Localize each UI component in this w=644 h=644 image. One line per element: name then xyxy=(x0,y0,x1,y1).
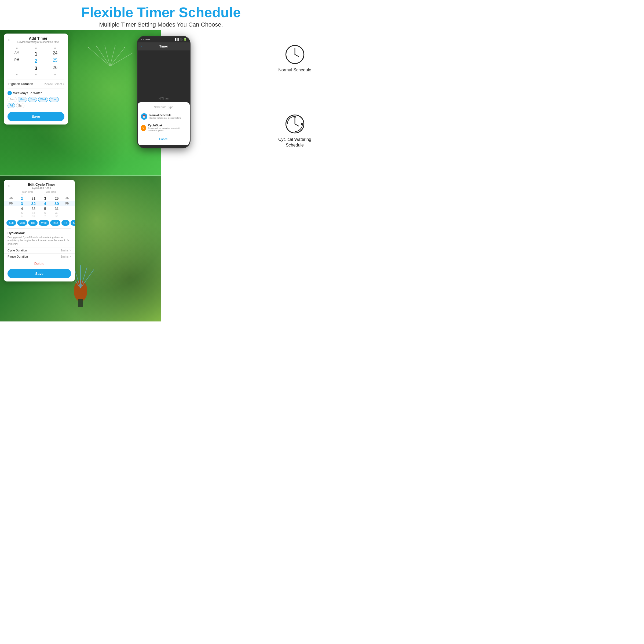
day-pills: Sun Mon Tue Wed Thur Fri Sat xyxy=(8,97,64,108)
normal-schedule-option[interactable]: ⏰ Normal Schedule Device watering at a s… xyxy=(138,111,190,122)
cycle-card-subtitle: Cycle and Soak xyxy=(12,186,71,189)
svg-line-17 xyxy=(81,269,94,288)
cycle-time-row-2: PM 3 32 4 30 PM xyxy=(4,201,75,206)
irrigation-label: Irrigation Duration xyxy=(8,82,33,86)
cancel-button[interactable]: Cancel xyxy=(138,135,190,143)
cycle-soak-desc: During period,Cycle&Soak breaks watering… xyxy=(8,236,71,246)
svg-point-7 xyxy=(96,46,97,47)
phone-container: 2:23 PM ▐▐▐ ⚫ 🔋 ‹ Timer HiTimer Schedule… xyxy=(137,36,191,148)
page-header: Flexible Timer Schedule Multiple Timer S… xyxy=(0,0,322,30)
ampm-am-cycle: AM xyxy=(6,197,16,200)
cycle-time-header: Start Time End Time xyxy=(4,191,75,193)
right-panel: 2:23 PM ▐▐▐ ⚫ 🔋 ‹ Timer HiTimer Schedule… xyxy=(161,30,322,321)
cycle-soak-option[interactable]: ↻ Cycle/Soak Device will be watering rep… xyxy=(138,122,190,134)
start-time-header: Start Time xyxy=(16,191,39,193)
cycle-soak-section: Cycle/Soak During period,Cycle&Soak brea… xyxy=(4,230,75,247)
phone-watermark: HiTimer xyxy=(159,97,169,100)
page-title: Flexible Timer Schedule xyxy=(5,5,317,20)
cycle-day-thur[interactable]: Thur xyxy=(50,220,61,226)
normal-clock-icon xyxy=(284,44,306,65)
weekdays-check: ✓ Weekdays To Water xyxy=(8,91,64,95)
nav-arrow-down-right: ∨ xyxy=(46,72,64,77)
day-pill-sat[interactable]: Sat xyxy=(16,103,24,108)
ampm-am: AM xyxy=(8,51,26,57)
schedule-modal: Schedule Type ⏰ Normal Schedule Device w… xyxy=(138,102,190,145)
svg-point-8 xyxy=(104,45,105,45)
svg-point-10 xyxy=(124,47,125,48)
phone-back-icon[interactable]: ‹ xyxy=(141,45,142,48)
cycle-time-row-3: 4 33 5 31 xyxy=(4,206,75,211)
day-pill-sun[interactable]: Sun xyxy=(8,97,17,102)
delete-button[interactable]: Delete xyxy=(4,259,75,268)
cycle-day-wed[interactable]: Wed xyxy=(39,220,49,226)
phone-signal: ▐▐▐ ⚫ 🔋 xyxy=(174,38,186,41)
hour-3: 3 xyxy=(27,65,45,72)
cycle-day-mon[interactable]: Mon xyxy=(17,220,27,226)
irrigation-select[interactable]: Please Select > xyxy=(44,82,64,86)
nav-arrow-up-mid: ∧ xyxy=(27,46,45,50)
normal-schedule-desc: Device watering at a specific time xyxy=(149,117,181,119)
cycle-save-button[interactable]: Save xyxy=(8,269,71,278)
ampm-empty xyxy=(8,65,26,72)
timer-card-header: × Add Timer Device watering at a specifi… xyxy=(4,34,68,45)
weekdays-label: Weekdays To Water xyxy=(13,91,42,95)
nav-arrow-down-mid: ∨ xyxy=(27,72,45,77)
svg-line-5 xyxy=(110,53,133,66)
timer-card-subtitle: Device watering at a specified time xyxy=(12,41,64,43)
save-button[interactable]: Save xyxy=(8,112,64,121)
day-pill-wed[interactable]: Wed xyxy=(38,97,48,102)
cycle-day-sun[interactable]: Sun xyxy=(6,220,16,226)
check-icon: ✓ xyxy=(8,91,12,95)
add-timer-card: × Add Timer Device watering at a specifi… xyxy=(4,34,68,125)
cycle-day-fri[interactable]: Fri xyxy=(61,220,69,226)
page-subtitle: Multiple Timer Setting Modes You Can Cho… xyxy=(5,21,317,28)
hour-2: 2 xyxy=(27,58,45,65)
pause-duration-val[interactable]: 1mins > xyxy=(61,255,71,258)
svg-point-9 xyxy=(115,45,116,45)
normal-schedule-text: Normal Schedule Device watering at a spe… xyxy=(149,114,181,119)
cycle-soak-icon: ↻ xyxy=(141,125,146,131)
cycle-soak-label: Cycle/Soak xyxy=(148,124,186,127)
day-pill-mon[interactable]: Mon xyxy=(18,97,27,102)
pause-duration-label: Pause Duration xyxy=(8,255,28,258)
phone-nav-title: Timer xyxy=(159,45,168,48)
cycle-divider-1 xyxy=(8,228,71,229)
end-time-header: End Time xyxy=(39,191,63,193)
cycle-soak-title: Cycle/Soak xyxy=(8,231,71,235)
pause-duration-row[interactable]: Pause Duration 1mins > xyxy=(4,253,75,259)
min-24: 24 xyxy=(46,51,64,57)
cyclical-watering-section: Cyclical Watering Schedule xyxy=(278,113,311,148)
phone-device: 2:23 PM ▐▐▐ ⚫ 🔋 ‹ Timer HiTimer Schedule… xyxy=(137,36,191,148)
svg-rect-12 xyxy=(78,299,83,307)
cycle-time-subheader: ↑↑↑↑ ↑↑↑↑ xyxy=(4,193,75,196)
normal-schedule-label: Normal Schedule xyxy=(149,114,181,117)
min-26: 26 xyxy=(46,65,64,72)
time-picker: ∧ ∧ ∧ AM 1 24 PM 2 25 3 26 ∨ ∨ ∨ xyxy=(4,45,68,78)
normal-schedule-icon-label: Normal Schedule xyxy=(278,67,311,73)
cycle-card-title: Edit Cycle Timer xyxy=(12,182,71,186)
phone-status-bar: 2:23 PM ▐▐▐ ⚫ 🔋 xyxy=(138,36,190,42)
irrigation-row[interactable]: Irrigation Duration Please Select > xyxy=(4,81,68,87)
nav-arrow-up-left: ∧ xyxy=(8,46,26,50)
hour-1: 1 xyxy=(27,51,45,57)
day-pill-fri[interactable]: Fri xyxy=(8,103,15,108)
cycle-soak-desc-phone: Device will be watering repeatedly withi… xyxy=(148,127,186,132)
cycle-soak-text: Cycle/Soak Device will be watering repea… xyxy=(148,124,186,132)
day-pill-thur[interactable]: Thur xyxy=(49,97,59,102)
min-25: 25 xyxy=(46,58,64,65)
close-icon[interactable]: × xyxy=(8,38,10,42)
cycle-day-tue[interactable]: Tue xyxy=(28,220,38,226)
cycle-day-pills: Sun Mon Tue Wed Thur Fri Sat xyxy=(4,218,75,227)
cyclical-icon-label: Cyclical Watering Schedule xyxy=(278,137,311,148)
timer-card-title: Add Timer xyxy=(12,36,64,41)
cycle-duration-val[interactable]: 1mins > xyxy=(61,249,71,252)
phone-time: 2:23 PM xyxy=(141,38,150,41)
day-pill-tue[interactable]: Tue xyxy=(28,97,37,102)
nav-arrow-down-left: ∨ xyxy=(8,72,26,77)
svg-line-20 xyxy=(295,54,299,57)
weekdays-row: ✓ Weekdays To Water Sun Mon Tue Wed Thur… xyxy=(4,90,68,110)
bottom-photo-panel: × Edit Cycle Timer Cycle and Soak Start … xyxy=(0,176,161,322)
cycle-close-icon[interactable]: × xyxy=(8,184,10,188)
cycle-day-sat[interactable]: Sat xyxy=(71,220,75,226)
cycle-duration-row[interactable]: Cycle Duration 1mins > xyxy=(4,247,75,253)
